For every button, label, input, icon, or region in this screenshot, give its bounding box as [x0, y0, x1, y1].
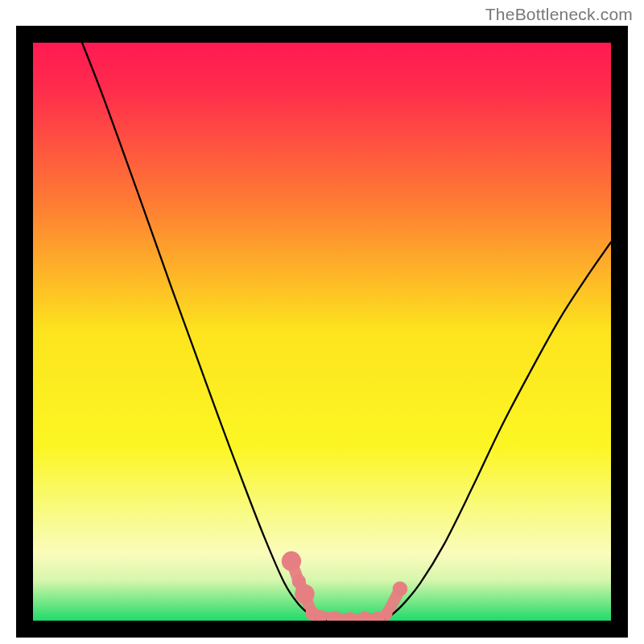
chart-frame — [16, 26, 628, 638]
chart-root: TheBottleneck.com — [0, 0, 644, 644]
attribution-text: TheBottleneck.com — [485, 5, 633, 24]
chart-svg — [33, 43, 611, 621]
data-marker — [393, 581, 408, 597]
data-marker — [282, 551, 301, 571]
data-marker — [295, 584, 314, 604]
plot-area — [33, 43, 611, 621]
background-gradient — [33, 43, 611, 621]
data-marker — [381, 608, 392, 619]
